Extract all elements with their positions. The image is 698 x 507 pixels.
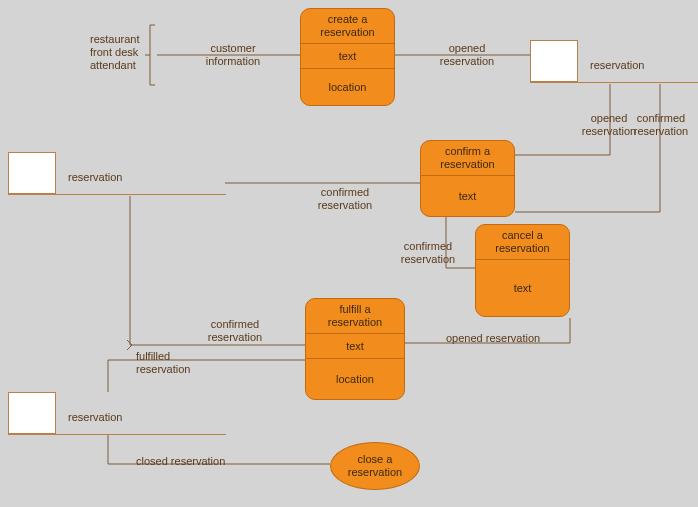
state-label: reservation [68,411,122,423]
state-box-icon [8,392,56,434]
edge-label-confirmed-1: confirmedreservation [626,112,696,138]
task-row: text [476,260,569,316]
state-box-icon [8,152,56,194]
task-header: create areservation [301,9,394,44]
state-box-icon [530,40,578,82]
task-row: text [301,44,394,69]
task-cancel-reservation[interactable]: cancel areservation text [475,224,570,317]
task-confirm-reservation[interactable]: confirm areservation text [420,140,515,217]
task-row: location [306,359,404,399]
state-underline [530,82,698,83]
task-fulfill-reservation[interactable]: fulfill areservation text location [305,298,405,400]
edge-label-confirmed-4: confirmedreservation [200,318,270,344]
state-reservation-1[interactable]: reservation [530,40,698,84]
edge-label-opened-3: opened reservation [446,332,540,345]
task-close-reservation[interactable]: close areservation [330,442,420,490]
task-row: text [421,176,514,216]
state-label: reservation [68,171,122,183]
task-row: location [301,69,394,105]
edge-label-confirmed-3: confirmedreservation [393,240,463,266]
task-header: close areservation [348,453,402,479]
state-label: reservation [590,59,644,71]
task-create-reservation[interactable]: create areservation text location [300,8,395,106]
actor-label: restaurantfront deskattendant [90,33,150,72]
edge-label-opened-1: openedreservation [432,42,502,68]
edge-label-closed: closed reservation [136,455,225,468]
task-header: cancel areservation [476,225,569,260]
task-header: fulfill areservation [306,299,404,334]
state-underline [8,434,226,435]
task-header: confirm areservation [421,141,514,176]
task-row: text [306,334,404,359]
edge-label-customer-info: customerinformation [198,42,268,68]
edge-label-confirmed-2: confirmedreservation [310,186,380,212]
edge-label-fulfilled: fulfilledreservation [136,350,206,376]
diagram-canvas: restaurantfront deskattendant create are… [0,0,698,507]
state-underline [8,194,226,195]
state-reservation-3[interactable]: reservation [8,392,226,436]
state-reservation-2[interactable]: reservation [8,152,226,196]
